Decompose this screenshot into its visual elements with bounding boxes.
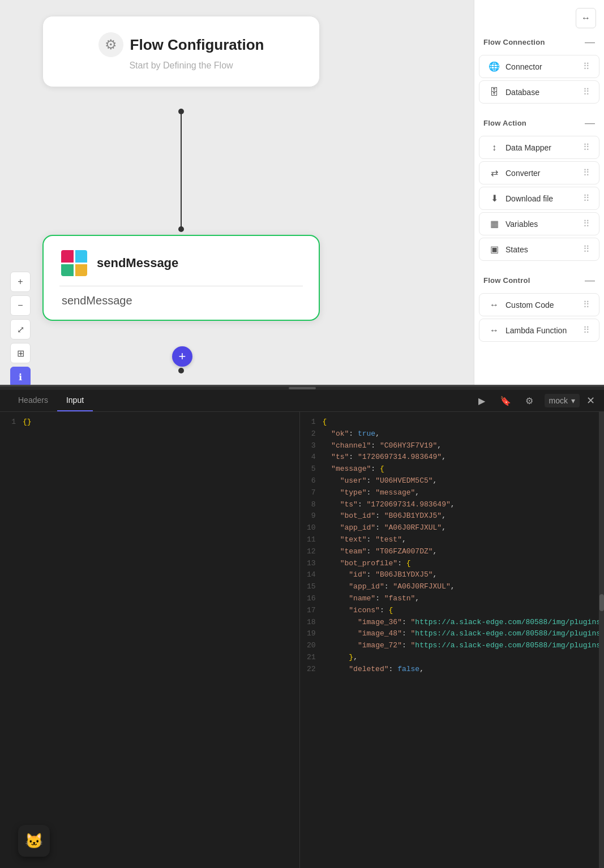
- connector-icon: 🌐: [489, 61, 500, 72]
- database-icon: 🗄: [489, 87, 500, 97]
- top-area: ⚙ Flow Configuration Start by Defining t…: [0, 0, 604, 385]
- states-label: States: [506, 245, 528, 254]
- flow-action-collapse-icon[interactable]: —: [585, 117, 595, 129]
- code-line: 1 {}: [0, 416, 299, 428]
- connector-line: [181, 111, 182, 230]
- send-message-node[interactable]: sendMessage sendMessage: [42, 235, 320, 321]
- bottom-tab-actions: ▶ 🔖 ⚙ mock ▾ ✕: [473, 392, 595, 409]
- sidebar-toggle-button[interactable]: ↔: [576, 8, 596, 28]
- chat-bubble-button[interactable]: 🐱: [18, 825, 50, 857]
- code-line: 1{: [300, 416, 599, 428]
- add-node-button[interactable]: +: [172, 346, 192, 367]
- sidebar-item-converter[interactable]: ⇄ Converter ⠿: [479, 161, 599, 184]
- connector-label: Connector: [506, 62, 542, 71]
- sidebar-item-download-file[interactable]: ⬇ Download file ⠿: [479, 187, 599, 210]
- slack-icon: [59, 248, 89, 278]
- tab-input[interactable]: Input: [57, 390, 93, 411]
- arrows-icon: ↔: [581, 13, 590, 23]
- download-file-label: Download file: [506, 194, 553, 203]
- scroll-bar[interactable]: [599, 412, 604, 868]
- flow-connection-collapse-icon[interactable]: —: [585, 36, 595, 48]
- flow-action-section-header: Flow Action —: [474, 109, 604, 135]
- lambda-function-label: Lambda Function: [506, 326, 567, 335]
- drag-handle-bar: [289, 387, 316, 389]
- sidebar-item-lambda-function[interactable]: ↔ Lambda Function ⠿: [479, 319, 599, 342]
- sidebar-item-connector-left: 🌐 Connector: [489, 61, 542, 72]
- variables-icon: ▦: [489, 218, 500, 229]
- code-line: 17 "icons": {: [300, 605, 599, 617]
- mock-chevron-icon: ▾: [571, 396, 575, 405]
- variables-drag-icon: ⠿: [583, 218, 590, 229]
- code-line: 3 "channel": "C06HY3F7V19",: [300, 440, 599, 452]
- bottom-panel: Headers Input ▶ 🔖 ⚙ mock ▾ ✕ 1 {} 1{2 "o…: [0, 385, 604, 868]
- canvas-area: ⚙ Flow Configuration Start by Defining t…: [0, 0, 474, 385]
- sidebar-item-connector[interactable]: 🌐 Connector ⠿: [479, 55, 599, 78]
- download-file-icon: ⬇: [489, 193, 500, 204]
- sidebar-item-converter-left: ⇄ Converter: [489, 167, 540, 178]
- sidebar-item-states[interactable]: ▣ States ⠿: [479, 238, 599, 261]
- send-message-node-label: sendMessage: [59, 294, 303, 307]
- flow-config-node[interactable]: ⚙ Flow Configuration Start by Defining t…: [42, 16, 320, 87]
- code-area: 1 {} 1{2 "ok": true,3 "channel": "C06HY3…: [0, 412, 604, 868]
- custom-code-icon: ↔: [489, 300, 500, 310]
- code-line: 13 "bot_profile": {: [300, 558, 599, 570]
- tab-headers[interactable]: Headers: [9, 390, 57, 411]
- bookmark-button[interactable]: 🔖: [497, 392, 514, 409]
- code-line: 6 "user": "U06HVEDM5C5",: [300, 475, 599, 487]
- data-mapper-drag-icon: ⠿: [583, 142, 590, 153]
- mock-select[interactable]: mock ▾: [545, 394, 580, 407]
- converter-label: Converter: [506, 169, 540, 178]
- sidebar-item-variables[interactable]: ▦ Variables ⠿: [479, 212, 599, 235]
- code-line: 14 "id": "B06JB1YDXJ5",: [300, 569, 599, 581]
- code-line: 18 "image_36": "https://a.slack-edge.com…: [300, 617, 599, 629]
- left-toolbar: + − ⤢ ⊞ ℹ: [10, 272, 31, 385]
- flow-action-title: Flow Action: [483, 119, 526, 127]
- connector-drag-icon: ⠿: [583, 61, 590, 72]
- grid-button[interactable]: ⊞: [10, 343, 31, 363]
- zoom-out-button[interactable]: −: [10, 295, 31, 316]
- data-mapper-icon: ↕: [489, 143, 500, 153]
- settings-button[interactable]: ⚙: [521, 392, 538, 409]
- states-drag-icon: ⠿: [583, 244, 590, 255]
- flow-connection-title: Flow Connection: [483, 38, 545, 46]
- flow-control-title: Flow Control: [483, 276, 530, 285]
- code-line: 11 "text": "test",: [300, 534, 599, 546]
- download-file-drag-icon: ⠿: [583, 193, 590, 204]
- fit-button[interactable]: ⤢: [10, 319, 31, 340]
- right-code-pane: 1{2 "ok": true,3 "channel": "C06HY3F7V19…: [300, 412, 600, 868]
- gear-icon: ⚙: [98, 32, 123, 57]
- play-button[interactable]: ▶: [473, 392, 490, 409]
- code-line: 19 "image_48": "https://a.slack-edge.com…: [300, 628, 599, 640]
- sidebar: ↔ Flow Connection — 🌐 Connector ⠿ 🗄 Data…: [474, 0, 604, 385]
- states-icon: ▣: [489, 244, 500, 255]
- code-line: 10 "app_id": "A06J0RFJXUL",: [300, 522, 599, 534]
- sidebar-item-lambda-function-left: ↔ Lambda Function: [489, 325, 567, 336]
- code-line: 20 "image_72": "https://a.slack-edge.com…: [300, 640, 599, 652]
- code-line: 21 },: [300, 652, 599, 664]
- custom-code-drag-icon: ⠿: [583, 299, 590, 310]
- zoom-in-button[interactable]: +: [10, 272, 31, 292]
- lambda-function-icon: ↔: [489, 325, 500, 336]
- code-line: 4 "ts": "1720697314.983649",: [300, 452, 599, 463]
- code-line: 22 "deleted": false,: [300, 664, 599, 676]
- code-line: 8 "ts": "1720697314.983649",: [300, 499, 599, 511]
- bottom-tabs-bar: Headers Input ▶ 🔖 ⚙ mock ▾ ✕: [0, 390, 604, 412]
- sidebar-item-data-mapper[interactable]: ↕ Data Mapper ⠿: [479, 136, 599, 159]
- close-button[interactable]: ✕: [586, 394, 595, 407]
- left-code-pane: 1 {}: [0, 412, 300, 868]
- chat-bubble-icon: 🐱: [25, 832, 43, 850]
- flow-control-section-header: Flow Control —: [474, 267, 604, 292]
- sidebar-item-database[interactable]: 🗄 Database ⠿: [479, 80, 599, 104]
- send-message-node-title: sendMessage: [97, 256, 178, 270]
- flow-control-collapse-icon[interactable]: —: [585, 274, 595, 286]
- flow-config-subtitle: Start by Defining the Flow: [129, 61, 233, 71]
- sidebar-item-custom-code[interactable]: ↔ Custom Code ⠿: [479, 293, 599, 316]
- database-label: Database: [506, 88, 539, 97]
- sidebar-item-download-file-left: ⬇ Download file: [489, 193, 553, 204]
- data-mapper-label: Data Mapper: [506, 143, 551, 152]
- code-line: 15 "app_id": "A06J0RFJXUL",: [300, 581, 599, 593]
- variables-label: Variables: [506, 220, 538, 229]
- code-line: 16 "name": "fastn",: [300, 593, 599, 605]
- info-button[interactable]: ℹ: [10, 367, 31, 385]
- sidebar-item-data-mapper-left: ↕ Data Mapper: [489, 143, 551, 153]
